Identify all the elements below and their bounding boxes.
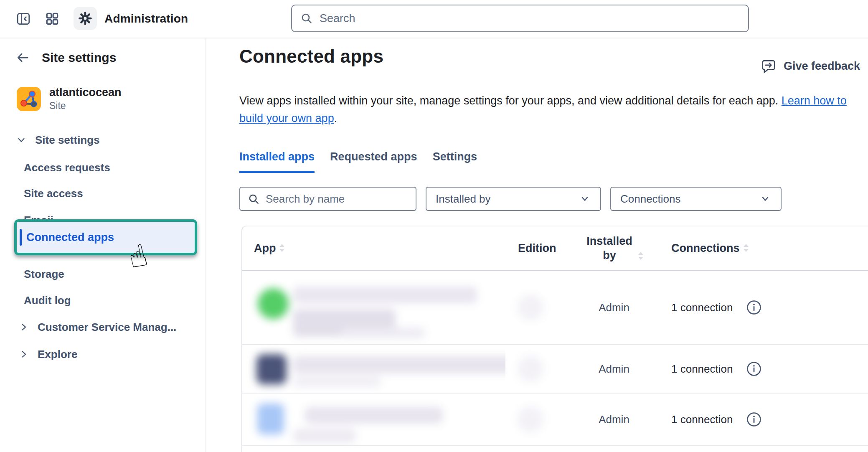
installed-by-dropdown[interactable]: Installed by xyxy=(426,187,601,211)
gear-icon xyxy=(78,11,93,26)
table-row[interactable]: Admin 1 connection xyxy=(242,345,868,394)
connections-count: 1 connection xyxy=(671,413,733,426)
link-suffix: . xyxy=(334,112,338,124)
installed-apps-table: App Edition Installed by Connections xyxy=(241,226,868,452)
back-row[interactable]: Site settings xyxy=(0,50,116,65)
main-content: Connected apps Give feedback View apps i… xyxy=(206,38,868,452)
table-row[interactable] xyxy=(242,446,868,452)
info-icon[interactable] xyxy=(746,411,762,427)
tab-installed-apps[interactable]: Installed apps xyxy=(239,150,315,173)
redacted-app-info xyxy=(242,345,505,393)
connections-dropdown-label: Connections xyxy=(620,193,681,206)
edition-badge-redacted xyxy=(517,356,544,382)
search-by-name-input[interactable] xyxy=(265,192,411,206)
administration-page: Administration Site settings atlanticoce… xyxy=(0,0,868,452)
column-header-installed-by[interactable]: Installed by xyxy=(576,234,652,262)
tab-requested-apps[interactable]: Requested apps xyxy=(330,150,417,173)
installed-by-cell xyxy=(576,446,652,452)
sidebar-item-access-requests[interactable]: Access requests xyxy=(24,158,110,177)
sidebar-item-label: Audit log xyxy=(24,294,71,307)
column-label: Installed by xyxy=(584,234,635,262)
tabs-divider xyxy=(239,175,868,176)
app-cell-redacted xyxy=(242,446,505,452)
site-identity: atlanticocean Site xyxy=(17,86,122,112)
sidebar-collapse-icon xyxy=(16,11,31,26)
sidebar-item-label: Site access xyxy=(24,187,83,200)
description-text: View apps installed within your site, ma… xyxy=(239,94,778,107)
admin-gear-badge xyxy=(74,7,97,30)
edition-cell-redacted xyxy=(505,271,576,344)
sidebar-item-customer-service-management[interactable]: Customer Service Manag... xyxy=(18,318,176,336)
site-logo-icon xyxy=(17,87,41,111)
page-title: Connected apps xyxy=(239,46,383,67)
selected-indicator-bar xyxy=(20,229,22,246)
sidebar-collapse-button[interactable] xyxy=(16,11,31,26)
sidebar-item-label: Site settings xyxy=(35,134,100,147)
edition-cell-redacted xyxy=(505,446,576,452)
app-switcher-grid-icon xyxy=(45,11,60,26)
sidebar-item-label: Customer Service Manag... xyxy=(38,321,176,334)
site-name: atlanticocean xyxy=(49,86,122,99)
connections-cell: 1 connection xyxy=(652,394,868,445)
sort-icon xyxy=(279,244,285,253)
redacted-app-info xyxy=(242,271,505,344)
info-icon[interactable] xyxy=(746,300,762,315)
column-header-connections[interactable]: Connections xyxy=(652,242,868,255)
search-icon xyxy=(248,193,260,205)
sidebar-item-explore[interactable]: Explore xyxy=(18,345,77,363)
redacted-app-info xyxy=(242,394,505,445)
table-row[interactable]: Admin 1 connection xyxy=(242,271,868,345)
give-feedback-button[interactable]: Give feedback xyxy=(761,58,860,74)
table-header-row: App Edition Installed by Connections xyxy=(242,226,868,271)
edition-badge-redacted xyxy=(517,406,544,433)
app-icon-redacted xyxy=(257,404,284,434)
connections-dropdown[interactable]: Connections xyxy=(610,187,782,211)
edition-cell-redacted xyxy=(505,394,576,445)
sidebar-item-audit-log[interactable]: Audit log xyxy=(24,291,71,310)
site-type-label: Site xyxy=(49,99,122,112)
connections-count: 1 connection xyxy=(671,301,733,314)
page-description: View apps installed within your site, ma… xyxy=(239,92,866,127)
page-title-administration: Administration xyxy=(104,12,188,25)
table-row[interactable]: Admin 1 connection xyxy=(242,394,868,446)
column-header-app[interactable]: App xyxy=(242,242,505,255)
app-cell-redacted xyxy=(242,271,505,344)
app-switcher-button[interactable] xyxy=(45,11,60,26)
connections-count: 1 connection xyxy=(671,363,733,376)
installed-by-dropdown-label: Installed by xyxy=(436,193,491,206)
annotation-highlight-box: Connected apps xyxy=(14,219,197,255)
installed-by-cell: Admin xyxy=(576,394,652,445)
column-label: App xyxy=(254,242,276,255)
info-icon[interactable] xyxy=(746,361,762,377)
app-cell-redacted xyxy=(242,394,505,445)
chevron-down-icon xyxy=(579,193,591,205)
sidebar-item-label: Explore xyxy=(38,348,77,361)
chevron-right-icon xyxy=(18,349,29,360)
back-arrow-icon[interactable] xyxy=(15,50,30,65)
tab-settings[interactable]: Settings xyxy=(433,150,477,173)
sidebar-item-label: Connected apps xyxy=(26,231,114,244)
sidebar-item-label: Storage xyxy=(24,268,64,281)
sort-icon xyxy=(743,244,749,253)
chevron-right-icon xyxy=(18,322,29,333)
connections-cell: 1 connection xyxy=(652,345,868,393)
chevron-down-icon xyxy=(759,193,772,205)
app-icon-redacted xyxy=(258,288,289,319)
installed-by-cell: Admin xyxy=(576,345,652,393)
sort-icon xyxy=(638,251,644,261)
global-search[interactable] xyxy=(291,5,749,32)
give-feedback-label: Give feedback xyxy=(784,60,860,73)
top-header: Administration xyxy=(0,0,868,38)
sidebar-item-connected-apps[interactable]: Connected apps xyxy=(17,222,195,253)
global-search-input[interactable] xyxy=(319,12,741,25)
column-label: Edition xyxy=(518,242,556,255)
edition-cell-redacted xyxy=(505,345,576,393)
sidebar-item-label: Access requests xyxy=(24,161,110,174)
filter-bar: Installed by Connections xyxy=(239,187,782,211)
sidebar-item-site-access[interactable]: Site access xyxy=(24,184,83,203)
search-icon xyxy=(300,12,313,25)
sidebar-item-storage[interactable]: Storage xyxy=(24,265,64,283)
sidebar-item-site-settings[interactable]: Site settings xyxy=(16,131,100,149)
search-by-name-field[interactable] xyxy=(239,187,416,211)
tab-bar: Installed apps Requested apps Settings xyxy=(239,150,477,173)
